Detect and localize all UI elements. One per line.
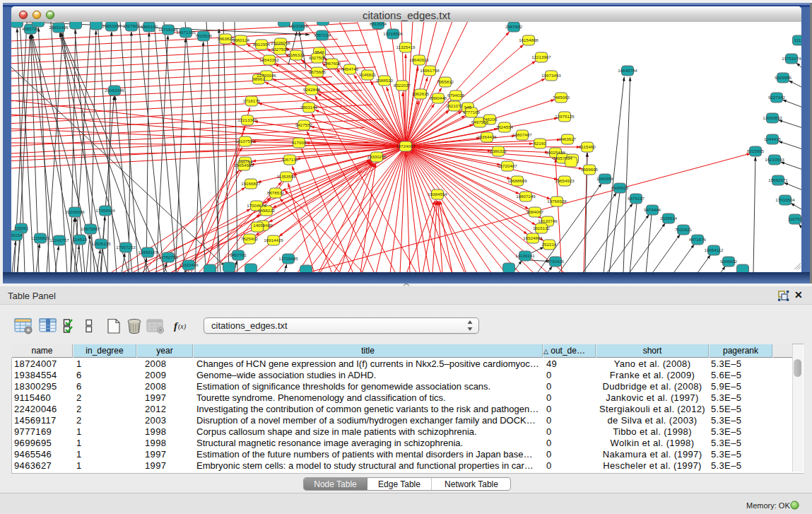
svg-text:10120746: 10120746 <box>538 218 558 223</box>
svg-text:19166827: 19166827 <box>241 181 261 186</box>
svg-text:(x): (x) <box>178 322 187 331</box>
svg-text:417006: 417006 <box>292 140 307 145</box>
svg-text:13716485: 13716485 <box>278 256 298 261</box>
svg-text:12505135: 12505135 <box>91 241 111 246</box>
svg-text:16543362: 16543362 <box>259 57 279 62</box>
svg-text:4055724: 4055724 <box>22 26 40 31</box>
svg-text:1615132: 1615132 <box>533 226 551 230</box>
svg-text:11353594: 11353594 <box>276 174 296 179</box>
svg-text:12213967: 12213967 <box>531 54 551 59</box>
svg-text:9427552: 9427552 <box>295 122 313 127</box>
svg-text:18724007: 18724007 <box>396 144 416 148</box>
svg-text:14136141: 14136141 <box>515 253 535 258</box>
svg-text:16671355: 16671355 <box>176 30 196 35</box>
svg-text:18300295: 18300295 <box>367 154 387 159</box>
svg-text:1527602: 1527602 <box>123 23 141 28</box>
svg-text:9245652: 9245652 <box>720 259 738 264</box>
svg-text:10973493: 10973493 <box>541 73 561 78</box>
svg-text:9463627: 9463627 <box>559 136 577 141</box>
svg-text:20206566: 20206566 <box>65 209 85 214</box>
svg-text:19384554: 19384554 <box>428 192 447 197</box>
svg-text:10653267: 10653267 <box>102 23 122 28</box>
svg-text:9457791: 9457791 <box>230 252 247 257</box>
svg-text:15751074: 15751074 <box>782 56 801 61</box>
svg-text:8215955: 8215955 <box>747 148 765 153</box>
svg-text:12975125: 12975125 <box>555 114 575 119</box>
svg-text:8454749: 8454749 <box>341 66 359 71</box>
svg-text:10719185: 10719185 <box>158 27 178 32</box>
svg-text:7625402: 7625402 <box>241 236 259 241</box>
svg-text:8322037: 8322037 <box>394 83 411 88</box>
svg-text:17957253: 17957253 <box>116 245 136 250</box>
svg-text:9146821: 9146821 <box>359 72 377 77</box>
svg-text:9227342: 9227342 <box>768 95 786 100</box>
svg-text:945: 945 <box>464 105 472 110</box>
svg-text:16648784: 16648784 <box>618 68 637 73</box>
svg-text:17016504: 17016504 <box>775 197 795 202</box>
svg-text:8990448: 8990448 <box>430 95 447 100</box>
svg-text:9329966: 9329966 <box>775 75 792 80</box>
svg-text:12323446: 12323446 <box>179 262 199 267</box>
svg-text:16524861: 16524861 <box>523 235 543 240</box>
svg-text:6794028: 6794028 <box>447 93 465 98</box>
svg-text:18807249: 18807249 <box>516 194 536 199</box>
svg-text:6679197: 6679197 <box>628 196 645 201</box>
svg-text:2867608: 2867608 <box>324 61 341 66</box>
svg-text:10958107: 10958107 <box>138 250 158 255</box>
svg-text:1244415: 1244415 <box>764 136 782 141</box>
svg-text:20364436: 20364436 <box>477 134 497 139</box>
svg-text:335061: 335061 <box>14 226 29 230</box>
svg-text:3546: 3546 <box>314 49 324 54</box>
svg-text:2718176: 2718176 <box>243 98 261 103</box>
svg-text:98961: 98961 <box>252 76 265 81</box>
svg-text:14099489: 14099489 <box>253 223 273 228</box>
svg-text:12242757: 12242757 <box>49 238 69 243</box>
svg-text:11325419: 11325419 <box>396 45 416 49</box>
svg-text:1588520: 1588520 <box>376 78 394 83</box>
svg-text:8186323: 8186323 <box>288 52 305 57</box>
svg-text:20053346: 20053346 <box>105 88 124 93</box>
svg-text:9115460: 9115460 <box>579 144 596 149</box>
svg-text:10025438: 10025438 <box>546 150 565 155</box>
svg-text:16210643: 16210643 <box>765 157 784 162</box>
svg-text:16154808: 16154808 <box>519 37 539 42</box>
svg-text:1733426: 1733426 <box>547 259 565 264</box>
svg-text:16914429: 16914429 <box>264 238 283 243</box>
svg-text:2803144: 2803144 <box>300 105 318 110</box>
svg-text:7485063: 7485063 <box>553 95 570 100</box>
svg-text:3675685: 3675685 <box>309 69 326 74</box>
svg-text:62160: 62160 <box>534 141 546 146</box>
svg-text:7663822: 7663822 <box>217 36 235 41</box>
svg-text:23226058: 23226058 <box>271 40 290 45</box>
svg-text:11156829: 11156829 <box>31 235 50 240</box>
svg-text:8938923: 8938923 <box>611 185 629 190</box>
svg-text:14957994: 14957994 <box>553 156 572 160</box>
svg-text:8471676: 8471676 <box>689 237 707 242</box>
svg-text:9327508: 9327508 <box>309 55 326 60</box>
svg-text:1640954: 1640954 <box>596 176 614 181</box>
svg-text:10807487: 10807487 <box>512 132 532 137</box>
svg-text:2935514: 2935514 <box>660 216 678 221</box>
svg-text:10107553: 10107553 <box>235 139 255 144</box>
svg-text:8813054: 8813054 <box>370 22 387 26</box>
svg-text:19218506: 19218506 <box>383 31 403 36</box>
svg-text:746206: 746206 <box>483 117 498 122</box>
svg-text:9474444: 9474444 <box>644 207 661 212</box>
svg-text:114519: 114519 <box>73 237 88 242</box>
svg-text:9242848: 9242848 <box>303 87 321 92</box>
svg-text:7632621: 7632621 <box>675 227 693 232</box>
svg-text:3267130: 3267130 <box>281 157 299 162</box>
svg-text:16033809: 16033809 <box>288 23 308 28</box>
svg-text:252214: 252214 <box>542 242 557 247</box>
svg-text:10688609: 10688609 <box>507 178 527 183</box>
svg-text:17359924: 17359924 <box>95 208 115 213</box>
svg-text:19654923: 19654923 <box>555 178 575 183</box>
svg-text:16961758: 16961758 <box>420 68 440 73</box>
svg-text:9777169: 9777169 <box>463 110 481 115</box>
svg-text:19756928: 19756928 <box>547 199 567 204</box>
svg-text:6466160: 6466160 <box>141 24 158 29</box>
svg-text:7357224: 7357224 <box>314 33 331 37</box>
svg-text:3498222: 3498222 <box>258 208 276 213</box>
svg-text:3624554: 3624554 <box>496 124 514 129</box>
svg-text:7955812: 7955812 <box>437 79 454 84</box>
